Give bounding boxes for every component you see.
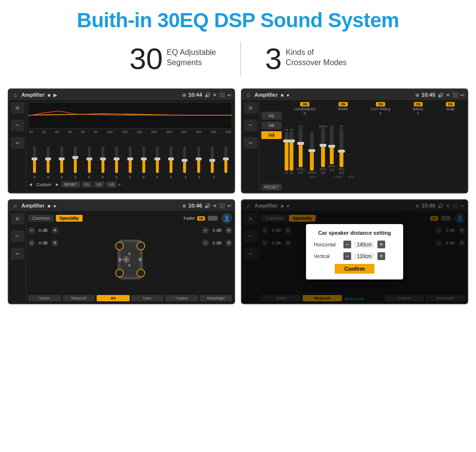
eq-slider-1[interactable] (47, 146, 50, 173)
rearleft-btn[interactable]: RearLeft (63, 295, 96, 301)
sidebar-arrows-btn[interactable]: ⇔ (11, 137, 24, 149)
amp-back-icon[interactable]: ↩ (227, 203, 231, 209)
cutfreq-on-btn[interactable]: ON (376, 102, 385, 106)
preset-u3-btn[interactable]: U3 (261, 131, 282, 139)
svg-point-10 (125, 259, 127, 261)
loudness-on-btn[interactable]: ON (300, 102, 309, 106)
eq-slider-13[interactable] (211, 146, 214, 173)
eq-slider-0[interactable] (33, 146, 36, 173)
crossover-topbar-title: Amplifier (255, 92, 278, 98)
crossover-sliders-area: 64 0 64 0 3.0 (284, 116, 465, 174)
eq-u1-btn[interactable]: U1 (82, 181, 92, 188)
eq-reset-btn[interactable]: RESET (61, 181, 80, 188)
eq-slider-8[interactable] (142, 146, 145, 173)
specialty-tab[interactable]: Specialty (56, 215, 83, 222)
eq-u2-btn[interactable]: U2 (94, 181, 104, 188)
crossover-sidebar-wave[interactable]: 〜 (244, 120, 257, 131)
dialog-vertical-value: 110cm (354, 253, 374, 260)
eq-slider-10[interactable] (170, 146, 172, 173)
crossover-main-area: U1 U2 U3 RESET ON LOUDNESS G ON (259, 100, 467, 192)
all-btn[interactable]: All (97, 295, 130, 301)
db-minus-3[interactable]: − (202, 240, 209, 246)
home-icon[interactable]: ⌂ (12, 91, 18, 98)
back-icon[interactable]: ↩ (227, 92, 231, 98)
amp-sidebar-wave[interactable]: 〜 (11, 230, 24, 242)
crossover-sidebar-arrows[interactable]: ⇔ (244, 137, 257, 149)
eq-u3-btn[interactable]: U3 (106, 181, 117, 188)
crossover-window-icon: ⬛ (452, 92, 458, 98)
svg-point-7 (116, 269, 123, 277)
screen-amp-dialog: ⌂ Amplifier ■ ● ⊕ 10:46 🔊 ✕ ⬛ ↩ ⊞ 〜 ⇔ Co… (241, 199, 468, 304)
db-minus-2[interactable]: − (202, 227, 209, 234)
crossover-volume-icon: 🔊 (438, 92, 443, 98)
db-minus-1[interactable]: − (28, 240, 35, 246)
crossover-screen-content: ⊞ 〜 ⇔ U1 U2 U3 RESET ON LOUDNESS G (242, 100, 467, 192)
driver-btn[interactable]: Driver (28, 295, 61, 301)
copilot-btn[interactable]: Copilot (165, 295, 198, 301)
speaker-diagram (60, 225, 200, 294)
eq-next-btn[interactable]: ► (55, 182, 60, 187)
dialog-horizontal-row: Horizontal − 140cm + (314, 241, 395, 248)
crossover-close-icon: ✕ (446, 92, 450, 98)
crossover-reset-btn[interactable]: RESET (261, 184, 282, 191)
eq-slider-14[interactable] (224, 146, 227, 173)
eq-slider-3[interactable] (74, 146, 77, 173)
eq-slider-9[interactable] (156, 146, 159, 173)
db-minus-0[interactable]: − (28, 227, 35, 234)
volume-icon: 🔊 (204, 92, 210, 98)
dialog-vertical-plus[interactable]: + (377, 252, 385, 260)
bass-sliders: 100Hz 90Hz 3.0 80Hz 2.5 (319, 125, 335, 174)
eq-more-btn[interactable]: » (118, 182, 120, 187)
db-plus-0[interactable]: + (51, 227, 58, 234)
amp-home-icon[interactable]: ⌂ (12, 202, 18, 209)
sidebar-eq-btn[interactable]: ⊞ (11, 102, 24, 114)
phat-on-btn[interactable]: ON (339, 102, 348, 106)
rearright-btn[interactable]: RearRight (200, 295, 233, 301)
eq-slider-2[interactable] (60, 146, 63, 173)
sidebar-wave-btn[interactable]: 〜 (11, 120, 24, 131)
cutfreq-slider[interactable]: 100Hz (307, 131, 316, 174)
crossover-sidebar-eq[interactable]: ⊞ (244, 102, 257, 114)
screen-eq: ⌂ Amplifier ■ ▶ ⊕ 10:44 🔊 ✕ ⬛ ↩ ⊞ 〜 ⇔ (8, 88, 235, 193)
db-row-2: − 0 dB + (202, 225, 232, 236)
db-plus-3[interactable]: + (225, 240, 232, 246)
screen-crossover: ⌂ Amplifier ■ ● ⊕ 10:45 🔊 ✕ ⬛ ↩ ⊞ 〜 ⇔ U1 (241, 88, 468, 193)
eq-custom-label: Custom (34, 182, 53, 187)
eq-topbar: ⌂ Amplifier ■ ▶ ⊕ 10:44 🔊 ✕ ⬛ ↩ (9, 89, 234, 100)
phat-slider[interactable]: 3.0 120Hz 0.5 (296, 125, 305, 174)
dialog-vertical-minus[interactable]: − (343, 252, 351, 260)
dialog-vertical-row: Vertical − 110cm + (314, 252, 395, 260)
preset-u2-btn[interactable]: U2 (261, 122, 282, 129)
eq-slider-5[interactable] (102, 146, 104, 173)
amp-topbar-title: Amplifier (21, 203, 45, 209)
user-btn[interactable]: User (131, 295, 164, 301)
stat-crossover-label: Kinds of Crossover Modes (286, 44, 346, 68)
crossover-home-icon[interactable]: ⌂ (245, 91, 252, 98)
eq-slider-7[interactable] (129, 146, 132, 173)
eq-slider-12[interactable] (197, 146, 200, 173)
amp-screen-content: ⊞ 〜 ⇔ Common Specialty Fader ON 👤 (9, 211, 234, 303)
eq-topbar-play: ▶ (53, 92, 57, 98)
dialog-box: Car speaker distance setting Horizontal … (306, 224, 403, 279)
crossover-back-icon[interactable]: ↩ (460, 92, 464, 98)
sub-on-btn[interactable]: ON (446, 102, 455, 106)
eq-prev-btn[interactable]: ◄ (28, 182, 33, 187)
dialog-horizontal-minus[interactable]: − (343, 241, 351, 248)
amp-sidebar-arrows[interactable]: ⇔ (11, 248, 24, 260)
amp-topbar-dot: ■ (48, 203, 51, 209)
eq-slider-11[interactable] (183, 146, 186, 173)
amp-settings-icon[interactable]: 👤 (221, 213, 232, 224)
bass-on-btn[interactable]: ON (414, 102, 423, 106)
common-tab[interactable]: Common (28, 215, 54, 222)
db-val-1: 0 dB (36, 241, 50, 245)
eq-slider-4[interactable] (88, 146, 91, 173)
dialog-horizontal-plus[interactable]: + (377, 241, 385, 248)
preset-u1-btn[interactable]: U1 (261, 112, 282, 120)
db-plus-1[interactable]: + (51, 240, 58, 246)
fader-slider[interactable] (208, 216, 218, 221)
confirm-button[interactable]: Confirm (335, 264, 374, 274)
eq-slider-6[interactable] (115, 146, 118, 173)
amp-sidebar-eq[interactable]: ⊞ (11, 213, 24, 225)
sub-slider[interactable]: 20 70Hz 0.5 (338, 125, 345, 174)
db-plus-2[interactable]: + (225, 227, 232, 234)
